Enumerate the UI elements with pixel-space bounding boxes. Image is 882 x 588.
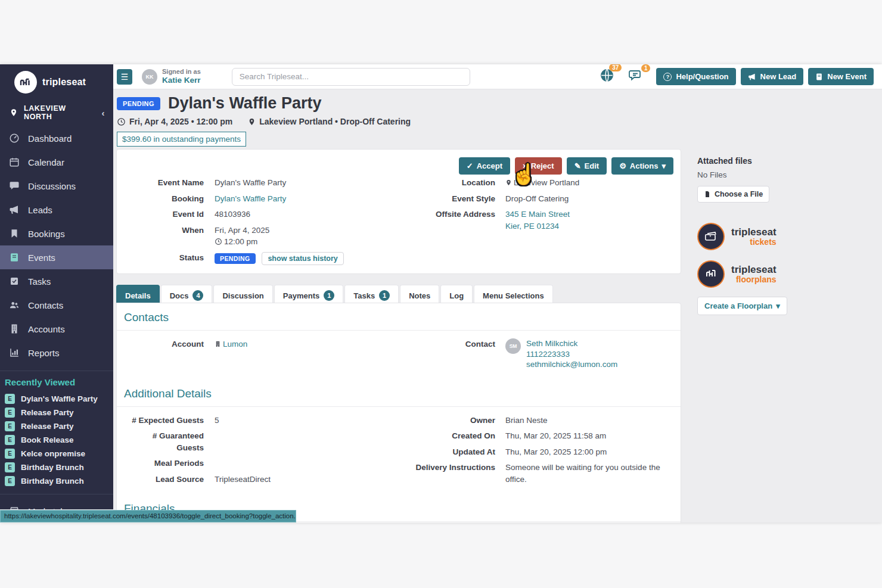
tripleseat-logo[interactable]: tripleseat bbox=[0, 64, 113, 99]
recent-item-label: Dylan's Waffle Party bbox=[21, 394, 98, 403]
new-lead-button[interactable]: New Lead bbox=[741, 68, 804, 85]
account-name: Lumon bbox=[223, 340, 247, 349]
tickets-brand-text: tripleseat bbox=[731, 227, 777, 238]
field-label: # Expected Guests bbox=[124, 415, 204, 427]
page-title: Dylan's Waffle Party bbox=[168, 94, 322, 113]
create-floorplan-button[interactable]: Create a Floorplan ▾ bbox=[697, 297, 787, 315]
venue-selector[interactable]: LAKEVIEW NORTH ‹ bbox=[0, 99, 113, 126]
recent-item-label: Book Release bbox=[21, 435, 74, 444]
sidebar-item-reports[interactable]: Reports bbox=[0, 341, 113, 365]
offsite-address-link[interactable]: 345 E Main StreetKier, PE 01234 bbox=[505, 209, 681, 232]
status-value: PENDING show status history bbox=[215, 252, 388, 265]
field-label: Delivery Instructions bbox=[394, 462, 495, 485]
signed-in-as-label: Signed in as bbox=[162, 68, 201, 76]
building-icon bbox=[215, 340, 221, 348]
recent-item[interactable]: ERelease Party bbox=[0, 419, 113, 433]
event-name-value: Dylan's Waffle Party bbox=[215, 177, 388, 189]
sidebar-item-label: Bookings bbox=[28, 229, 65, 239]
tab-label: Discussion bbox=[222, 291, 263, 300]
user-avatar[interactable]: KK bbox=[142, 69, 157, 85]
contact-phone-link[interactable]: 1112223333 bbox=[526, 349, 617, 360]
recent-item[interactable]: EBirthday Brunch bbox=[0, 461, 113, 474]
when-date: Fri, Apr 4, 2025 bbox=[215, 226, 269, 235]
signed-in-block[interactable]: Signed in as Katie Kerr bbox=[162, 68, 201, 85]
choose-file-button[interactable]: Choose a File bbox=[697, 186, 769, 203]
recent-item[interactable]: EBirthday Brunch bbox=[0, 474, 113, 488]
event-type-badge: E bbox=[5, 421, 15, 431]
accept-button[interactable]: ✓Accept bbox=[459, 157, 510, 175]
chart-icon bbox=[9, 347, 20, 358]
search-input[interactable] bbox=[232, 68, 470, 86]
field-label: Owner bbox=[394, 415, 495, 427]
recent-item-label: Release Party bbox=[21, 422, 74, 431]
outstanding-payments-badge[interactable]: $399.60 in outstanding payments bbox=[117, 132, 246, 147]
caret-down-icon: ▾ bbox=[662, 161, 666, 170]
recent-item[interactable]: EKelce onpremise bbox=[0, 447, 113, 461]
floorplans-brand-text: tripleseat bbox=[731, 265, 777, 275]
field-label: Contact bbox=[394, 338, 495, 370]
field-label: Event Name bbox=[124, 177, 204, 189]
location-pin-icon bbox=[10, 108, 18, 117]
new-event-button[interactable]: New Event bbox=[808, 68, 874, 85]
check-icon: ✓ bbox=[467, 161, 473, 170]
sidebar-item-marketplace[interactable]: Marketplace bbox=[0, 498, 113, 509]
sidebar-item-dashboard[interactable]: Dashboard bbox=[0, 126, 113, 150]
event-id-value: 48103936 bbox=[215, 209, 388, 220]
help-question-button[interactable]: ? Help/Question bbox=[656, 68, 735, 85]
event-fields-right: Location Lakeview Portland Event StyleDr… bbox=[388, 177, 681, 269]
created-on-value: Thu, Mar 20, 2025 11:58 am bbox=[505, 430, 681, 442]
actions-dropdown-button[interactable]: ⚙Actions▾ bbox=[611, 157, 673, 175]
sidebar-item-contacts[interactable]: Contacts bbox=[0, 293, 113, 317]
field-label: Status bbox=[124, 252, 204, 265]
account-link[interactable]: Lumon bbox=[215, 338, 388, 350]
sidebar-item-label: Leads bbox=[28, 205, 52, 215]
additional-details-section: # Expected Guests5 # Guaranteed Guests M… bbox=[117, 407, 681, 490]
sidebar-item-discussions[interactable]: Discussions bbox=[0, 174, 113, 198]
building-icon bbox=[9, 323, 20, 334]
tab-label: Log bbox=[449, 291, 464, 300]
event-type-badge: E bbox=[5, 476, 15, 486]
show-status-history-button[interactable]: show status history bbox=[262, 252, 343, 265]
sidebar-item-label: Discussions bbox=[28, 181, 76, 191]
sidebar-item-leads[interactable]: Leads bbox=[0, 198, 113, 222]
sidebar-item-events[interactable]: Events bbox=[0, 245, 113, 269]
event-type-badge: E bbox=[5, 394, 15, 404]
sidebar-item-tasks[interactable]: Tasks bbox=[0, 269, 113, 293]
contacts-section: Account Lumon Contact SM Seth Milkchick … bbox=[117, 331, 681, 374]
recent-item[interactable]: EBook Release bbox=[0, 433, 113, 447]
field-label: Booking bbox=[124, 193, 204, 205]
globe-notifications[interactable]: 37 bbox=[600, 68, 614, 85]
event-actions: ✓Accept ×Reject ✎Edit ⚙Actions▾ bbox=[459, 157, 673, 175]
event-summary-card: ✓Accept ×Reject ✎Edit ⚙Actions▾ Event Na… bbox=[116, 149, 681, 274]
contact-name-link[interactable]: Seth Milkchick bbox=[526, 338, 617, 349]
calendar-icon bbox=[9, 157, 20, 167]
field-label: # Guaranteed Guests bbox=[124, 430, 204, 453]
collapse-chevron-icon[interactable]: ‹ bbox=[101, 108, 105, 118]
contact-avatar: SM bbox=[505, 338, 521, 354]
sidebar-item-bookings[interactable]: Bookings bbox=[0, 222, 113, 245]
gear-icon: ⚙ bbox=[619, 161, 626, 170]
floorplans-icon bbox=[697, 260, 725, 288]
chat-notifications[interactable]: 1 bbox=[628, 69, 643, 85]
choose-file-label: Choose a File bbox=[715, 190, 763, 198]
recent-item[interactable]: ERelease Party bbox=[0, 406, 113, 419]
field-label: Offsite Address bbox=[394, 209, 495, 232]
recent-item[interactable]: EDylan's Waffle Party bbox=[0, 392, 113, 406]
tab-label: Details bbox=[125, 291, 151, 300]
sidebar-item-calendar[interactable]: Calendar bbox=[0, 150, 113, 174]
event-type-badge: E bbox=[5, 407, 15, 418]
sidebar-item-label: Contacts bbox=[28, 300, 63, 310]
additional-details-title: Additional Details bbox=[117, 374, 681, 407]
question-icon: ? bbox=[663, 73, 672, 81]
tripleseat-tickets-logo[interactable]: tripleseat tickets bbox=[697, 223, 777, 250]
contact-email-link[interactable]: sethmilchick@lumon.com bbox=[526, 359, 617, 370]
booking-link[interactable]: Dylan's Waffle Party bbox=[215, 193, 388, 205]
menu-toggle-button[interactable]: ☰ bbox=[117, 69, 132, 85]
event-style-value: Drop-Off Catering bbox=[505, 193, 681, 205]
globe-badge: 37 bbox=[609, 64, 622, 71]
edit-button[interactable]: ✎Edit bbox=[567, 157, 607, 175]
sidebar-item-accounts[interactable]: Accounts bbox=[0, 317, 113, 341]
tripleseat-floorplans-logo[interactable]: tripleseat floorplans bbox=[697, 260, 777, 288]
topbar-actions: 37 1 ? Help/Question New Lead New Event bbox=[600, 68, 874, 85]
no-files-text: No Files bbox=[697, 170, 727, 179]
